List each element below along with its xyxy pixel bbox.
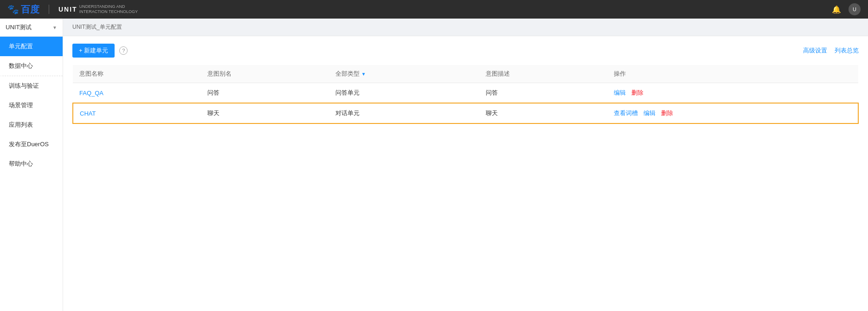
col-intent-name: 意图名称 [73,65,201,83]
intent-table: 意图名称 意图别名 全部类型 ▼ [72,65,859,124]
filter-icon: ▼ [361,71,366,77]
avatar[interactable]: U [849,3,861,15]
cell-intent-desc-faq: 问答 [479,83,607,104]
col-operations: 操作 [607,65,858,83]
col-intent-alias: 意图别名 [201,65,329,83]
cell-intent-alias-chat: 聊天 [201,103,329,123]
cell-intent-alias-faq: 问答 [201,83,329,104]
table-header: 意图名称 意图别名 全部类型 ▼ [73,65,858,83]
toolbar-left: + 新建单元 ? [72,44,128,58]
sidebar-nav: 单元配置 数据中心 训练与验证 场景管理 应用列表 发布至DuerOS 帮助中心 [0,37,63,311]
main-content: UNIT测试_单元配置 + 新建单元 ? 高级设置 列表总览 [63,19,868,311]
intent-table-wrapper: 意图名称 意图别名 全部类型 ▼ [72,65,859,124]
delete-chat-button[interactable]: 删除 [661,109,673,117]
toolbar-right: 高级设置 列表总览 [803,46,859,55]
cell-actions-chat: 查看词槽 编辑 删除 [607,103,858,123]
toolbar: + 新建单元 ? 高级设置 列表总览 [72,44,859,58]
action-group-chat: 查看词槽 编辑 删除 [614,109,851,117]
cell-actions-faq: 编辑 删除 [607,83,858,104]
app-header: 🐾 百度 UNIT UNDERSTANDING AND INTERACTION … [0,0,868,19]
sidebar: UNIT测试 ▼ 单元配置 数据中心 训练与验证 场景管理 应用列表 发布至Du… [0,19,63,311]
baidu-paw-icon: 🐾 [7,4,19,15]
cell-intent-name-faq: FAQ_QA [73,83,201,104]
advanced-settings-button[interactable]: 高级设置 [803,46,827,55]
unit-logo-text: UNIT [58,6,77,13]
action-group-faq: 编辑 删除 [614,89,852,97]
new-unit-button-label: + 新建单元 [79,46,108,55]
sidebar-item-data-center[interactable]: 数据中心 [0,56,63,76]
cell-intent-type-chat: 对话单元 [329,103,479,123]
sidebar-item-publish-dueros[interactable]: 发布至DuerOS [0,135,63,154]
cell-intent-name-chat: CHAT [73,103,201,123]
delete-faq-button[interactable]: 删除 [631,89,643,97]
table-row: CHAT 聊天 对话单元 聊天 查看词槽 编辑 删除 [73,103,858,123]
sidebar-item-unit-config[interactable]: 单元配置 [0,37,63,56]
edit-chat-button[interactable]: 编辑 [643,109,656,117]
cell-intent-desc-chat: 聊天 [479,103,607,123]
table-row: FAQ_QA 问答 问答单元 问答 编辑 删除 [73,83,858,104]
baidu-logo: 🐾 百度 [7,3,39,16]
unit-logo: UNIT UNDERSTANDING AND INTERACTION TECHN… [58,4,138,14]
logo-divider [49,5,49,14]
chevron-down-icon: ▼ [52,25,57,30]
view-vocab-chat-button[interactable]: 查看词槽 [614,109,638,117]
baidu-text: 百度 [21,3,39,16]
notification-bell-icon[interactable]: 🔔 [832,5,841,14]
header-right: 🔔 U [832,3,861,15]
sidebar-item-train-validate[interactable]: 训练与验证 [0,76,63,96]
new-unit-button[interactable]: + 新建单元 [72,44,115,58]
main-layout: UNIT测试 ▼ 单元配置 数据中心 训练与验证 场景管理 应用列表 发布至Du… [0,19,868,311]
logo-area: 🐾 百度 UNIT UNDERSTANDING AND INTERACTION … [7,3,138,16]
table-body: FAQ_QA 问答 问答单元 问答 编辑 删除 [73,83,858,124]
project-name: UNIT测试 [6,23,32,32]
col-intent-type[interactable]: 全部类型 ▼ [329,65,479,83]
intent-name-link-faq[interactable]: FAQ_QA [79,90,103,97]
cell-intent-type-faq: 问答单元 [329,83,479,104]
unit-sub-text: UNDERSTANDING AND INTERACTION TECHNOLOGY [79,4,138,14]
content-area: + 新建单元 ? 高级设置 列表总览 意图名 [63,36,868,311]
project-selector[interactable]: UNIT测试 ▼ [0,19,63,37]
edit-faq-button[interactable]: 编辑 [614,89,626,97]
breadcrumb: UNIT测试_单元配置 [63,19,868,36]
col-intent-desc: 意图描述 [479,65,607,83]
intent-name-link-chat[interactable]: CHAT [80,110,96,117]
list-summary-button[interactable]: 列表总览 [835,46,859,55]
sidebar-item-help-center[interactable]: 帮助中心 [0,154,63,174]
sidebar-item-scene-mgmt[interactable]: 场景管理 [0,96,63,115]
help-icon[interactable]: ? [119,46,128,55]
sidebar-item-app-list[interactable]: 应用列表 [0,115,63,135]
